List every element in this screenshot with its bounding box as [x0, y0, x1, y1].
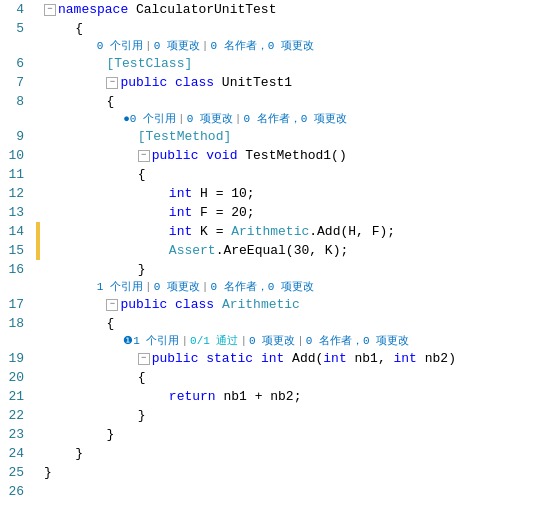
code-line: } [44, 463, 538, 482]
code-line: } [44, 425, 538, 444]
code-line [44, 482, 538, 501]
fold-button[interactable]: − [138, 353, 150, 365]
line-number: 6 [0, 54, 30, 73]
indent-whitespace [44, 387, 169, 406]
code-text: { [106, 314, 114, 333]
indent-whitespace [44, 444, 75, 463]
code-line: } [44, 444, 538, 463]
code-line: { [44, 92, 538, 111]
indent-whitespace [44, 165, 138, 184]
line-number [0, 111, 30, 127]
line-number [0, 279, 30, 295]
line-number: 17 [0, 295, 30, 314]
codelens-ref[interactable]: 0 项更改 [187, 111, 233, 127]
indent-whitespace [44, 241, 169, 260]
code-line: int F = 20; [44, 203, 538, 222]
code-text: } [138, 406, 146, 425]
indent-whitespace [44, 19, 75, 38]
line-number: 26 [0, 482, 30, 501]
code-text: { [75, 19, 83, 38]
code-line: Assert.AreEqual(30, K); [44, 241, 538, 260]
line-number: 13 [0, 203, 30, 222]
line-number: 19 [0, 349, 30, 368]
code-line: } [44, 406, 538, 425]
indent-whitespace [44, 222, 169, 241]
indent-whitespace [44, 73, 106, 92]
fold-button[interactable]: − [44, 4, 56, 16]
line-number: 22 [0, 406, 30, 425]
code-text: { [138, 368, 146, 387]
line-number: 8 [0, 92, 30, 111]
indent-whitespace [44, 368, 138, 387]
indent-whitespace [44, 92, 106, 111]
code-text: public static int Add(int nb1, int nb2) [152, 349, 456, 368]
code-text: return nb1 + nb2; [169, 387, 302, 406]
code-text: int K = Arithmetic.Add(H, F); [169, 222, 395, 241]
code-text: [TestClass] [106, 54, 192, 73]
codelens-ref[interactable]: 1 个引用 [133, 333, 179, 349]
codelens-ref[interactable]: 0 名作者，0 项更改 [210, 38, 313, 54]
code-line: [TestMethod] [44, 127, 538, 146]
codelens-line[interactable]: ❶1 个引用|0/1 通过|0 项更改|0 名作者，0 项更改 [44, 333, 538, 349]
line-number: 23 [0, 425, 30, 444]
codelens-ref[interactable]: 0 名作者，0 项更改 [306, 333, 409, 349]
codelens-ref[interactable]: 0 项更改 [249, 333, 295, 349]
code-line: return nb1 + nb2; [44, 387, 538, 406]
code-text: namespace CalculatorUnitTest [58, 0, 276, 19]
code-text: public class Arithmetic [120, 295, 299, 314]
code-line: −namespace CalculatorUnitTest [44, 0, 538, 19]
codelens-line[interactable]: ●0 个引用|0 项更改|0 名作者，0 项更改 [44, 111, 538, 127]
indent-whitespace [44, 184, 169, 203]
codelens-ref[interactable]: 0 名作者，0 项更改 [210, 279, 313, 295]
code-line: { [44, 19, 538, 38]
codelens-ref[interactable]: 1 个引用 [97, 279, 143, 295]
codelens-ref[interactable]: 0 项更改 [154, 38, 200, 54]
code-text: } [138, 260, 146, 279]
line-number: 20 [0, 368, 30, 387]
code-text: Assert.AreEqual(30, K); [169, 241, 348, 260]
codelens-line[interactable]: 0 个引用|0 项更改|0 名作者，0 项更改 [44, 38, 538, 54]
codelens-ref[interactable]: 0 名作者，0 项更改 [243, 111, 346, 127]
indent-whitespace [44, 203, 169, 222]
indent-whitespace [44, 146, 138, 165]
code-text: } [75, 444, 83, 463]
code-line: −public class UnitTest1 [44, 73, 538, 92]
code-text: { [106, 92, 114, 111]
code-line: { [44, 368, 538, 387]
indent-whitespace [44, 349, 138, 368]
codelens-ref[interactable]: 0/1 通过 [190, 333, 238, 349]
code-text: public class UnitTest1 [120, 73, 292, 92]
code-line: } [44, 260, 538, 279]
indent-whitespace [44, 54, 106, 73]
codelens-ref[interactable]: 0 个引用 [97, 38, 143, 54]
pass-icon: ❶ [123, 333, 133, 349]
line-number [0, 333, 30, 349]
line-number: 25 [0, 463, 30, 482]
code-editor: 4567891011121314151617181920212223242526… [0, 0, 538, 513]
line-number: 10 [0, 146, 30, 165]
code-line: [TestClass] [44, 54, 538, 73]
code-text: { [138, 165, 146, 184]
indent-whitespace [44, 406, 138, 425]
codelens-line[interactable]: 1 个引用|0 项更改|0 名作者，0 项更改 [44, 279, 538, 295]
line-number: 12 [0, 184, 30, 203]
fold-button[interactable]: − [106, 77, 118, 89]
code-text: } [44, 463, 52, 482]
code-line: int K = Arithmetic.Add(H, F); [44, 222, 538, 241]
indent-whitespace [44, 425, 106, 444]
codelens-ref[interactable]: 0 项更改 [154, 279, 200, 295]
fold-button[interactable]: − [138, 150, 150, 162]
line-number: 15 [0, 241, 30, 260]
codelens-ref[interactable]: 0 个引用 [130, 111, 176, 127]
code-text: int H = 10; [169, 184, 255, 203]
indent-whitespace [44, 127, 138, 146]
code-line: { [44, 165, 538, 184]
code-line: −public static int Add(int nb1, int nb2) [44, 349, 538, 368]
code-text: } [106, 425, 114, 444]
fold-button[interactable]: − [106, 299, 118, 311]
line-number: 16 [0, 260, 30, 279]
line-number [0, 38, 30, 54]
code-line: −public void TestMethod1() [44, 146, 538, 165]
line-number: 14 [0, 222, 30, 241]
code-text: [TestMethod] [138, 127, 232, 146]
